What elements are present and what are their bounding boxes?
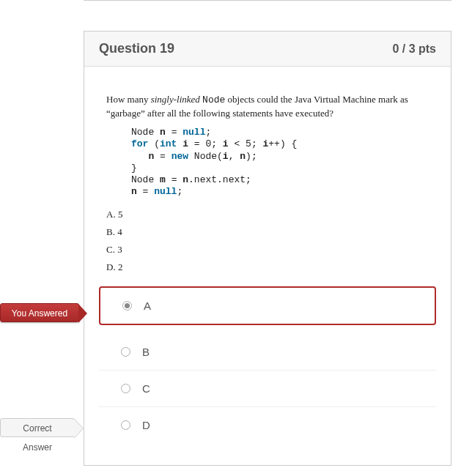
c2g: i: [223, 138, 229, 149]
option-a: A. 5: [106, 209, 429, 220]
radio-c-icon: [121, 384, 130, 393]
c2b: (: [148, 138, 160, 149]
answer-label-b: B: [142, 346, 150, 358]
answer-row-d[interactable]: D: [99, 407, 436, 443]
c1d: null: [182, 127, 205, 138]
c3g: ,: [229, 151, 240, 162]
option-d: D. 2: [106, 261, 429, 273]
radio-b-icon: [121, 347, 130, 357]
radio-a-icon: [122, 301, 132, 310]
question-text: How many singly-linked Node objects coul…: [106, 93, 429, 119]
qt-emph: singly-linked: [151, 94, 200, 105]
c1a: Node: [131, 127, 160, 138]
answer-label-c: C: [142, 382, 150, 395]
c3a: [131, 151, 148, 162]
c5b: m: [160, 174, 166, 185]
top-divider: [84, 0, 451, 1]
radio-d-icon: [121, 420, 130, 430]
c6a: n: [131, 186, 137, 197]
question-points: 0 / 3 pts: [392, 42, 436, 56]
c6b: =: [137, 186, 154, 197]
c1c: =: [166, 127, 182, 138]
c2e: i: [182, 138, 188, 149]
option-c: C. 3: [106, 244, 429, 256]
c4: }: [131, 163, 137, 174]
answer-row-c[interactable]: C: [99, 371, 436, 407]
c6c: null: [154, 186, 177, 197]
c5d: n: [182, 174, 188, 185]
c1b: n: [160, 127, 166, 138]
answer-row-b[interactable]: B: [99, 334, 436, 371]
c3c: =: [154, 151, 171, 162]
answer-label-d: D: [142, 419, 150, 431]
c6d: ;: [177, 186, 182, 197]
c2c: int: [160, 138, 177, 149]
c3h: n: [240, 151, 246, 162]
c3i: );: [246, 151, 257, 162]
c2a: for: [131, 138, 148, 149]
c1e: ;: [205, 127, 211, 138]
answer-row-a[interactable]: A: [99, 286, 436, 325]
correct-answer-flag: Correct Answer: [0, 418, 75, 437]
c3d: new: [172, 151, 188, 162]
answer-label-a: A: [144, 300, 151, 312]
c3e: Node(: [188, 151, 223, 162]
answer-choices: A B C D: [84, 286, 451, 465]
question-card: Question 19 0 / 3 pts How many singly-li…: [84, 31, 451, 466]
you-answered-flag: You Answered: [0, 303, 79, 322]
question-title: Question 19: [99, 41, 174, 56]
c5e: .next.next;: [188, 174, 251, 185]
c2f: = 0;: [188, 138, 223, 149]
qt-code-word: Node: [202, 94, 225, 105]
option-b: B. 4: [106, 226, 429, 238]
c3f: i: [223, 151, 229, 162]
question-header: Question 19 0 / 3 pts: [84, 31, 451, 67]
qt-prefix: How many: [106, 94, 151, 105]
c5a: Node: [131, 174, 160, 185]
question-body: How many singly-linked Node objects coul…: [84, 67, 451, 286]
c5c: =: [166, 174, 182, 185]
code-block: Node n = null; for (int i = 0; i < 5; i+…: [131, 127, 429, 198]
text-options: A. 5 B. 4 C. 3 D. 2: [106, 209, 429, 273]
c2h: < 5;: [229, 138, 263, 149]
c2j: ++) {: [268, 138, 297, 149]
